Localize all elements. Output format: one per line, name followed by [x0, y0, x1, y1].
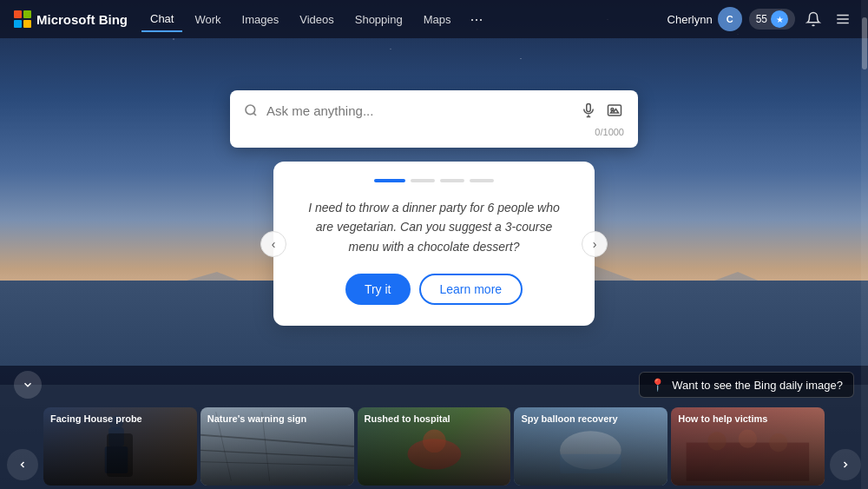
menu-button[interactable]: [832, 8, 854, 30]
nav-images[interactable]: Images: [233, 8, 288, 31]
mic-button[interactable]: [579, 101, 598, 120]
notifications-button[interactable]: [802, 8, 825, 30]
bottom-controls: 📍 Want to see the Bing daily image?: [0, 366, 868, 404]
search-counter: 0/1000: [244, 127, 624, 137]
daily-image-label: Want to see the Bing daily image?: [672, 379, 843, 392]
news-card-5[interactable]: How to help victims: [671, 407, 825, 486]
scrollbar-track: [861, 0, 868, 489]
search-input[interactable]: [266, 103, 570, 118]
news-strip: Facing House probe Nature's warning sign: [0, 404, 868, 489]
user-area: Cherlynn C: [667, 7, 742, 31]
reward-icon: ★: [771, 10, 788, 28]
nav-right: Cherlynn C 55 ★: [667, 7, 854, 31]
news-card-3[interactable]: Rushed to hospital: [358, 407, 511, 486]
carousel-dot-4[interactable]: [470, 179, 494, 182]
image-search-button[interactable]: [605, 101, 624, 120]
nav-maps[interactable]: Maps: [415, 8, 460, 31]
news-prev-button[interactable]: [7, 449, 38, 480]
daily-image-button[interactable]: 📍 Want to see the Bing daily image?: [639, 372, 854, 398]
news-card-4[interactable]: Spy balloon recovery: [514, 407, 667, 486]
carousel-card: ‹ I need to throw a dinner party for 6 p…: [273, 162, 595, 326]
logo-text: Microsoft Bing: [36, 12, 128, 27]
news-title-5: How to help victims: [678, 413, 818, 425]
carousel-dot-3[interactable]: [440, 179, 464, 182]
try-it-button[interactable]: Try it: [345, 274, 411, 305]
search-top: [244, 101, 624, 120]
navbar: Microsoft Bing Chat Work Images Videos S…: [0, 0, 868, 38]
scrollbar-thumb[interactable]: [862, 17, 867, 69]
search-container: 0/1000: [230, 90, 638, 148]
carousel-next-button[interactable]: ›: [582, 231, 608, 257]
carousel-dot-1[interactable]: [374, 179, 405, 182]
carousel-dots: [299, 179, 569, 182]
nav-chat[interactable]: Chat: [141, 7, 182, 32]
news-title-2: Nature's warning sign: [207, 413, 347, 425]
search-icon: [244, 103, 258, 117]
nav-videos[interactable]: Videos: [291, 8, 343, 31]
svg-rect-5: [587, 104, 591, 112]
points-value: 55: [756, 13, 767, 25]
svg-point-3: [246, 105, 255, 115]
scroll-down-button[interactable]: [14, 371, 42, 399]
news-row-wrapper: Facing House probe Nature's warning sign: [0, 404, 868, 489]
news-card-1[interactable]: Facing House probe: [43, 407, 197, 486]
search-actions: [579, 101, 624, 120]
carousel-buttons: Try it Learn more: [299, 274, 569, 305]
learn-more-button[interactable]: Learn more: [419, 274, 523, 305]
news-title-3: Rushed to hospital: [365, 413, 504, 425]
nav-more-button[interactable]: ···: [463, 7, 490, 32]
bottom-bar: 📍 Want to see the Bing daily image?: [0, 366, 868, 489]
logo-link[interactable]: Microsoft Bing: [14, 10, 128, 28]
carousel-dot-2[interactable]: [411, 179, 435, 182]
news-title-4: Spy balloon recovery: [521, 413, 661, 425]
location-icon: 📍: [650, 378, 665, 392]
news-next-button[interactable]: [830, 449, 861, 480]
svg-line-4: [253, 113, 256, 116]
news-card-2[interactable]: Nature's warning sign: [201, 407, 354, 486]
carousel-prev-button[interactable]: ‹: [260, 231, 286, 257]
logo-icon: [14, 10, 31, 28]
points-badge[interactable]: 55 ★: [749, 9, 795, 30]
carousel-text: I need to throw a dinner party for 6 peo…: [299, 198, 569, 256]
news-title-1: Facing House probe: [50, 413, 190, 425]
avatar[interactable]: C: [718, 7, 742, 31]
main-content: 0/1000 ‹ I need to throw a dinner party …: [0, 38, 868, 326]
nav-shopping[interactable]: Shopping: [346, 8, 411, 31]
nav-work[interactable]: Work: [186, 8, 229, 31]
username-label: Cherlynn: [667, 13, 713, 26]
